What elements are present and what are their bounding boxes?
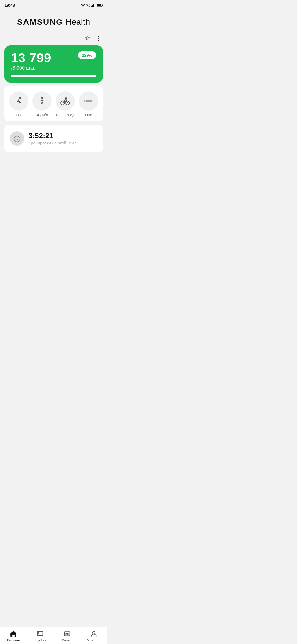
steps-card-inner: 13 799 /6 000 шаг. 229% bbox=[11, 51, 96, 77]
wifi-icon bbox=[81, 3, 85, 7]
list-icon bbox=[84, 96, 94, 106]
run-icon-circle bbox=[9, 91, 28, 111]
walk-icon-circle bbox=[32, 91, 52, 111]
svg-rect-16 bbox=[84, 101, 85, 102]
svg-rect-15 bbox=[84, 99, 85, 99]
battery-icon bbox=[97, 4, 103, 7]
workout-subtitle: Тренировки на этой неде... bbox=[29, 141, 80, 145]
svg-rect-13 bbox=[85, 101, 92, 102]
status-icons: Vo) bbox=[81, 3, 103, 7]
status-bar: 19:43 Vo) bbox=[0, 0, 107, 9]
svg-rect-0 bbox=[91, 6, 92, 7]
more-icon-circle bbox=[79, 91, 98, 111]
activity-more[interactable]: Еще bbox=[77, 91, 100, 117]
main-content: ☆ ⋮ 13 799 /6 000 шаг. 229% bbox=[0, 32, 107, 178]
steps-count: 13 799 bbox=[11, 51, 51, 64]
run-icon bbox=[13, 96, 24, 106]
activity-walk[interactable]: Ходьба bbox=[31, 91, 54, 117]
progress-bar-container bbox=[11, 75, 96, 77]
walk-label: Ходьба bbox=[36, 113, 48, 117]
steps-right: 229% bbox=[78, 51, 96, 59]
workout-icon-circle bbox=[10, 131, 24, 146]
progress-bar-fill bbox=[11, 75, 96, 77]
activity-card: Бег Ходьба bbox=[4, 86, 103, 121]
walk-icon bbox=[37, 96, 47, 106]
steps-header-row: 13 799 /6 000 шаг. 229% bbox=[11, 51, 96, 71]
activity-bike[interactable]: Велосипед bbox=[54, 91, 77, 117]
bike-icon-circle bbox=[56, 91, 75, 111]
svg-rect-5 bbox=[102, 4, 103, 6]
more-label: Еще bbox=[85, 113, 92, 117]
app-title: SAMSUNG Health bbox=[6, 17, 102, 27]
toolbar-row: ☆ ⋮ bbox=[0, 32, 107, 44]
health-label: Health bbox=[65, 17, 90, 26]
signal-icon bbox=[91, 3, 96, 7]
workout-card[interactable]: 3:52:21 Тренировки на этой неде... bbox=[4, 125, 103, 152]
favorite-button[interactable]: ☆ bbox=[85, 34, 91, 42]
run-label: Бег bbox=[16, 113, 22, 117]
bike-label: Велосипед bbox=[56, 113, 74, 117]
steps-card[interactable]: 13 799 /6 000 шаг. 229% bbox=[4, 45, 103, 83]
activity-run[interactable]: Бег bbox=[7, 91, 31, 117]
svg-rect-12 bbox=[85, 99, 92, 99]
steps-percent-badge: 229% bbox=[78, 51, 96, 59]
svg-rect-3 bbox=[95, 3, 95, 7]
stopwatch-icon bbox=[13, 134, 21, 143]
svg-rect-6 bbox=[97, 4, 101, 6]
progress-bar-background bbox=[11, 75, 96, 77]
more-menu-button[interactable]: ⋮ bbox=[95, 34, 102, 42]
svg-rect-1 bbox=[92, 5, 93, 7]
workout-time: 3:52:21 bbox=[29, 132, 80, 140]
workout-info: 3:52:21 Тренировки на этой неде... bbox=[29, 132, 80, 145]
bike-icon bbox=[59, 96, 71, 106]
svg-point-8 bbox=[41, 97, 43, 99]
svg-point-7 bbox=[19, 97, 21, 99]
activity-row: Бег Ходьба bbox=[7, 91, 100, 117]
svg-rect-17 bbox=[84, 103, 85, 103]
svg-rect-14 bbox=[85, 103, 92, 103]
svg-rect-2 bbox=[94, 4, 94, 7]
samsung-label: SAMSUNG bbox=[17, 17, 63, 26]
app-header: SAMSUNG Health bbox=[0, 9, 107, 32]
volte-icon: Vo) bbox=[86, 4, 90, 7]
status-time: 19:43 bbox=[4, 3, 15, 7]
steps-goal: /6 000 шаг. bbox=[11, 65, 51, 71]
steps-left: 13 799 /6 000 шаг. bbox=[11, 51, 51, 71]
